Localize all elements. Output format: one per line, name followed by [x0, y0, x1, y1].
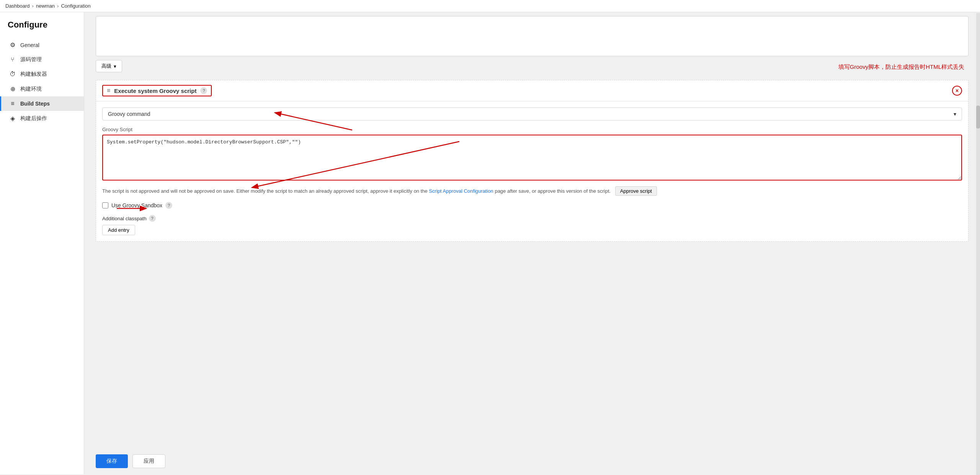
sandbox-help-icon[interactable]: ? — [165, 202, 172, 209]
top-textarea[interactable] — [100, 20, 964, 51]
sidebar-item-post-build[interactable]: ◈ 构建后操作 — [0, 111, 84, 126]
sidebar-item-build-env[interactable]: ⊕ 构建环境 — [0, 81, 84, 96]
chevron-down-icon: ▾ — [114, 63, 116, 69]
dropdown-chevron-icon: ▾ — [954, 111, 956, 117]
step-body: Groovy command ▾ Groovy Script System.se… — [96, 101, 968, 241]
main-content: 高级 ▾ 填写Groovy脚本，防止生成报告时HTML样式丢失 ≡ Execut… — [84, 12, 980, 448]
sandbox-row: Use Groovy Sandbox ? — [102, 202, 962, 209]
apply-button[interactable]: 应用 — [132, 454, 165, 468]
advanced-label: 高级 — [101, 63, 111, 70]
add-entry-button[interactable]: Add entry — [102, 225, 135, 235]
sidebar: Configure ⚙ General ⑂ 源码管理 ⏱ 构建触发器 ⊕ 构建环… — [0, 12, 84, 474]
breadcrumb-configuration[interactable]: Configuration — [61, 3, 90, 9]
scrollbar[interactable] — [976, 13, 980, 475]
approval-notice-suffix: page after save, or approve this version… — [495, 188, 611, 194]
sandbox-checkbox[interactable] — [102, 202, 108, 208]
sidebar-item-label: 构建环境 — [20, 86, 42, 93]
sidebar-item-label: Build Steps — [20, 101, 50, 107]
sidebar-title: Configure — [0, 20, 84, 37]
branch-icon: ⑂ — [9, 56, 16, 63]
breadcrumb-sep-1: › — [32, 3, 34, 9]
save-button[interactable]: 保存 — [96, 454, 128, 468]
approve-script-button[interactable]: Approve script — [615, 186, 657, 196]
approval-notice: The script is not approved and will not … — [102, 186, 962, 196]
advanced-button[interactable]: 高级 ▾ — [96, 60, 122, 72]
step-card: 填写Groovy脚本，防止生成报告时HTML样式丢失 ≡ Execute sys… — [96, 80, 969, 242]
step-card-header: ≡ Execute system Groovy script ? × — [96, 80, 968, 101]
groovy-script-label: Groovy Script — [102, 127, 962, 132]
globe-icon: ⊕ — [9, 85, 16, 93]
breadcrumb-newman[interactable]: newman — [36, 3, 55, 9]
sidebar-item-label: 构建后操作 — [20, 115, 47, 122]
breadcrumb: Dashboard › newman › Configuration — [0, 0, 980, 12]
sidebar-item-build-steps[interactable]: ≡ Build Steps — [0, 96, 84, 111]
script-approval-link[interactable]: Script Approval Configuration — [429, 188, 493, 194]
footer: 保存 应用 — [84, 448, 980, 474]
step-title-box: ≡ Execute system Groovy script ? — [102, 85, 212, 96]
drag-icon: ≡ — [107, 87, 110, 94]
classpath-help-icon[interactable]: ? — [149, 215, 156, 222]
list-icon: ≡ — [9, 100, 16, 107]
breadcrumb-dashboard[interactable]: Dashboard — [5, 3, 30, 9]
approval-notice-text: The script is not approved and will not … — [102, 188, 429, 194]
sidebar-item-build-triggers[interactable]: ⏱ 构建触发器 — [0, 67, 84, 81]
annotation-text: 填写Groovy脚本，防止生成报告时HTML样式丢失 — [838, 63, 964, 71]
sidebar-item-general[interactable]: ⚙ General — [0, 37, 84, 52]
groovy-script-textarea[interactable]: System.setProperty("hudson.model.Directo… — [102, 135, 962, 181]
top-section — [96, 16, 969, 56]
groovy-command-label: Groovy command — [108, 111, 150, 117]
step-title: Execute system Groovy script — [114, 88, 196, 94]
clock-icon: ⏱ — [9, 71, 16, 78]
step-help-icon[interactable]: ? — [200, 87, 207, 94]
scrollbar-thumb[interactable] — [976, 106, 980, 129]
sidebar-item-source-management[interactable]: ⑂ 源码管理 — [0, 52, 84, 67]
groovy-command-dropdown[interactable]: Groovy command ▾ — [102, 107, 962, 120]
breadcrumb-sep-2: › — [57, 3, 59, 9]
gear-icon: ⚙ — [9, 41, 16, 49]
sidebar-item-label: General — [20, 42, 39, 48]
diamond-icon: ◈ — [9, 115, 16, 122]
step-close-button[interactable]: × — [952, 86, 962, 96]
sidebar-item-label: 源码管理 — [20, 56, 42, 63]
classpath-label: Additional classpath ? — [102, 215, 962, 222]
sidebar-item-label: 构建触发器 — [20, 71, 47, 78]
sandbox-label: Use Groovy Sandbox — [111, 202, 162, 208]
